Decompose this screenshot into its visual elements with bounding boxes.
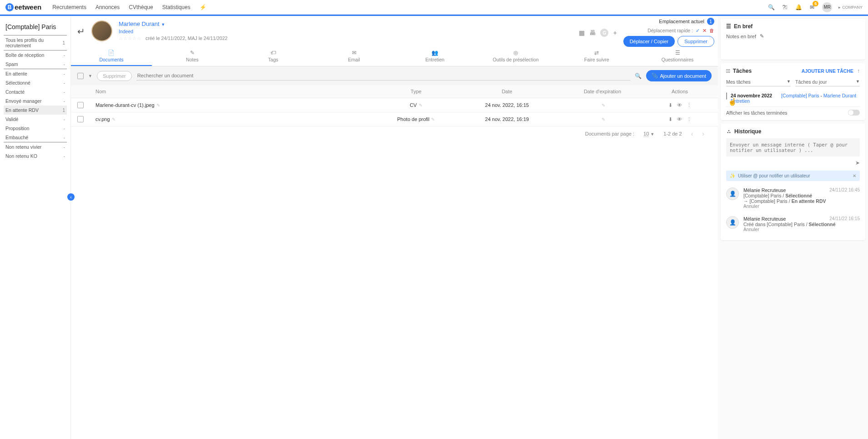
sidebar-item[interactable]: Embauché- — [4, 133, 67, 142]
candidate-source[interactable]: Indeed — [119, 29, 227, 34]
task-job-link[interactable]: [Comptable] Paris — [781, 93, 819, 98]
sidebar-item[interactable]: Envoyé manager- — [4, 96, 67, 106]
sidebar-item-label: Non retenu vivier — [5, 144, 41, 150]
pagination: Documents par page : 10 ▼ 1-2 de 2 ‹ › — [71, 126, 718, 141]
edit-icon[interactable]: ✎ — [156, 103, 160, 108]
edit-icon[interactable]: ✎ — [602, 117, 605, 122]
table-row: cv.png✎ Photo de profil✎ 24 nov. 2022, 1… — [71, 112, 718, 126]
task-candidate-link[interactable]: Marlene Durant — [823, 93, 856, 98]
select-dropdown-icon[interactable]: ▼ — [88, 74, 92, 78]
edit-icon[interactable]: ✎ — [602, 103, 605, 108]
per-page-select[interactable]: 10 — [643, 131, 649, 137]
bolt-icon[interactable]: ⚡ — [200, 4, 206, 10]
logo[interactable]: Beetween — [5, 3, 41, 11]
close-icon[interactable]: ✕ — [853, 173, 856, 178]
chevron-down-icon[interactable]: ▼ — [161, 22, 165, 27]
nav-cvtheque[interactable]: CVthèque — [129, 4, 153, 10]
google-icon[interactable]: G — [600, 29, 608, 37]
sidebar-item-count: - — [64, 53, 65, 58]
user-avatar[interactable]: MR — [822, 2, 832, 12]
candidate-meta: créé le 24/11/2022, MAJ le 24/11/2022 — [146, 35, 227, 41]
select-all-checkbox[interactable] — [77, 73, 84, 79]
view-icon[interactable]: 👁 — [677, 102, 682, 108]
candidate-avatar[interactable] — [91, 20, 112, 41]
tab-questionnaires[interactable]: ☰Questionnaires — [637, 47, 718, 66]
collapse-icon[interactable]: ↑ — [857, 68, 860, 74]
prev-page[interactable]: ‹ — [691, 130, 693, 137]
sidebar-item[interactable]: Non retenu vivier- — [4, 142, 67, 151]
search-icon[interactable]: 🔍 — [768, 4, 775, 11]
sidebar-item[interactable]: Tous les profils du recrutement1 — [4, 35, 67, 50]
doc-name[interactable]: Marlene-durant-cv (1).jpeg✎ — [95, 102, 375, 108]
send-icon[interactable]: ➤ — [855, 160, 860, 166]
undo-link[interactable]: Annuler — [743, 204, 860, 209]
candidate-name[interactable]: Marlene Durant ▼ — [119, 20, 227, 27]
print-icon[interactable]: 🖶 — [589, 29, 596, 36]
quick-reject-icon[interactable]: ✕ — [702, 28, 707, 33]
plus-icon[interactable]: + — [613, 29, 617, 36]
download-icon[interactable]: ⬇ — [668, 116, 672, 122]
add-document-button[interactable]: 📎Ajouter un document — [646, 70, 712, 81]
task-filter-mine[interactable]: Mes tâches ▼ — [726, 78, 791, 86]
task-type[interactable]: Entretien — [731, 98, 856, 104]
tab-notes[interactable]: ✎Notes — [152, 47, 233, 66]
tab-outils[interactable]: ◎Outils de présélection — [475, 47, 556, 66]
edit-icon[interactable]: ✎ — [760, 33, 764, 39]
sidebar-item[interactable]: Validé- — [4, 115, 67, 124]
download-icon[interactable]: ⬇ — [668, 102, 672, 108]
chevron-down-icon[interactable]: ▼ — [650, 132, 654, 136]
internal-message-input[interactable] — [726, 138, 860, 156]
sidebar-item[interactable]: Boîte de réception- — [4, 50, 67, 60]
inbox-icon[interactable]: ✉5 — [808, 4, 816, 11]
collapse-sidebar-button[interactable]: ‹ — [67, 193, 75, 201]
sidebar-item[interactable]: En attente RDV1 — [4, 106, 67, 115]
help-icon[interactable]: ?⃝ — [781, 4, 788, 11]
tab-faire-suivre[interactable]: ⇄Faire suivre — [556, 47, 637, 66]
nav-annonces[interactable]: Annonces — [95, 4, 120, 10]
sidebar-item[interactable]: Proposition- — [4, 124, 67, 133]
next-page[interactable]: › — [702, 130, 704, 137]
tab-tags[interactable]: 🏷Tags — [233, 47, 314, 66]
completed-toggle[interactable] — [848, 110, 860, 116]
edit-icon[interactable]: ✎ — [419, 103, 422, 108]
rating-stars[interactable]: ☆☆☆☆☆ — [119, 36, 141, 41]
back-icon[interactable]: ↵ — [77, 26, 85, 37]
move-copy-button[interactable]: Déplacer / Copier — [623, 36, 675, 47]
sidebar-item-count: - — [64, 117, 65, 122]
search-icon[interactable]: 🔍 — [635, 73, 642, 79]
doc-name[interactable]: cv.png✎ — [95, 116, 375, 122]
sidebar-item[interactable]: Contacté- — [4, 87, 67, 96]
edit-icon[interactable]: ✎ — [112, 117, 115, 122]
sidebar-item[interactable]: Sélectionné- — [4, 78, 67, 87]
tab-entretien[interactable]: 👥Entretien — [395, 47, 476, 66]
view-icon[interactable]: 👁 — [677, 116, 682, 122]
chevron-down-icon: ▼ — [856, 79, 860, 84]
quick-accept-icon[interactable]: ✓ — [696, 28, 700, 33]
nav-recrutements[interactable]: Recrutements — [52, 4, 86, 10]
more-icon[interactable]: ⋮ — [687, 102, 692, 108]
sidebar-item[interactable]: Non retenu KO- — [4, 151, 67, 161]
more-icon[interactable]: ⋮ — [687, 116, 692, 122]
nav-statistiques[interactable]: Statistiques — [162, 4, 191, 10]
sidebar-item[interactable]: Spam- — [4, 60, 67, 69]
delete-button[interactable]: Supprimer — [677, 36, 714, 47]
emplacement-actuel[interactable]: Emplacement actuel 1 — [659, 18, 714, 25]
deplacement-rapide: Déplacement rapide : ✓ ✕ 🗑 — [647, 28, 714, 33]
add-task-link[interactable]: AJOUTER UNE TÂCHE — [802, 68, 853, 74]
task-checkbox[interactable] — [726, 92, 727, 100]
company-logo[interactable]: ▸ COMPANY — [838, 5, 863, 10]
tab-documents[interactable]: 📄Documents — [71, 47, 152, 66]
row-checkbox[interactable] — [77, 102, 84, 108]
quick-delete-icon[interactable]: 🗑 — [709, 28, 714, 33]
task-filter-today[interactable]: Tâches du jour ▼ — [795, 78, 860, 86]
tab-email[interactable]: ✉Email — [314, 47, 395, 66]
bell-icon[interactable]: 🔔 — [795, 4, 802, 11]
delete-docs-button[interactable]: Supprimer — [97, 71, 132, 81]
row-checkbox[interactable] — [77, 116, 84, 122]
sidebar-item-label: Proposition — [5, 126, 30, 131]
undo-link[interactable]: Annuler — [743, 227, 860, 232]
search-document-input[interactable] — [136, 71, 631, 81]
edit-icon[interactable]: ✎ — [431, 117, 435, 122]
sidebar-item[interactable]: En attente- — [4, 69, 67, 78]
qr-icon[interactable]: ▦ — [579, 29, 585, 36]
